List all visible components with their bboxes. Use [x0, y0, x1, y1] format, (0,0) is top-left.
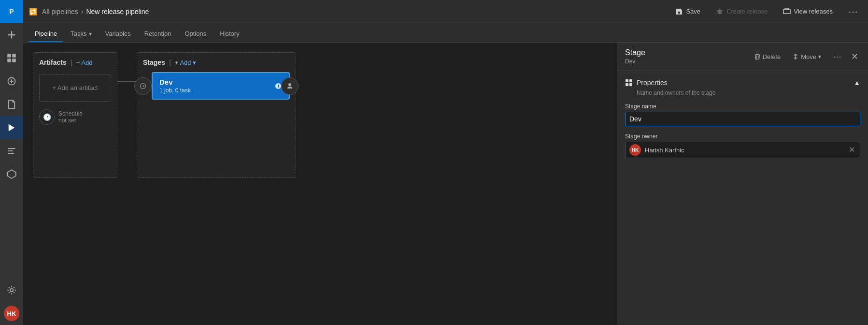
svg-rect-2: [7, 59, 11, 62]
stage-card-dev[interactable]: Dev 1 job, 0 task: [152, 72, 290, 100]
svg-marker-5: [9, 124, 15, 132]
new-icon[interactable]: [0, 23, 23, 46]
connector-line: [117, 81, 137, 82]
artifacts-icon[interactable]: [0, 162, 23, 186]
svg-rect-8: [626, 79, 628, 82]
tab-history[interactable]: History: [214, 26, 245, 42]
schedule-box[interactable]: 🕐 Schedule not set: [39, 109, 111, 125]
stages-add-chevron: ▾: [193, 59, 196, 66]
stage-name-label: Stage name: [625, 103, 860, 110]
stage-name-input[interactable]: [625, 112, 860, 126]
artifacts-panel: Artifacts | + Add + Add an artifact 🕐: [33, 52, 117, 178]
svg-point-7: [10, 289, 13, 292]
collapse-chevron[interactable]: ▲: [854, 79, 860, 87]
tab-pipeline[interactable]: Pipeline: [29, 26, 63, 42]
move-button[interactable]: Move ▾: [788, 51, 825, 62]
navtabs: Pipeline Tasks ▾ Variables Retention Opt…: [23, 23, 868, 43]
owner-name: Harish Karthic: [645, 147, 844, 154]
stages-sep: |: [169, 59, 171, 66]
topbar: 🔁 All pipelines › New release pipeline S…: [23, 0, 868, 23]
breadcrumb: 🔁 All pipelines › New release pipeline: [29, 8, 149, 15]
stage-meta: 1 job, 0 task: [159, 87, 191, 94]
stage-panel-more-button[interactable]: ⋯: [829, 49, 845, 64]
pipeline-area: Artifacts | + Add + Add an artifact 🕐: [33, 52, 607, 178]
stage-owner-group: Stage owner HK Harish Karthic ✕: [625, 133, 860, 158]
artifacts-add-button[interactable]: + Add: [76, 59, 93, 66]
pipeline-header-icon: 🔁: [29, 8, 37, 15]
tab-retention[interactable]: Retention: [139, 26, 177, 42]
properties-description: Name and owners of the stage: [637, 89, 860, 96]
stage-owner-label: Stage owner: [625, 133, 860, 140]
save-button[interactable]: Save: [671, 6, 704, 17]
svg-rect-9: [629, 79, 632, 82]
delete-button[interactable]: Delete: [750, 51, 785, 62]
owner-avatar: HK: [629, 144, 641, 156]
svg-rect-0: [7, 54, 11, 58]
add-artifact-button[interactable]: + Add an artifact: [39, 74, 111, 102]
section-header: Properties ▲: [625, 79, 860, 87]
stage-panel-title-area: Stage Dev: [625, 48, 645, 65]
topbar-actions: Save Create release View releases ⋯: [671, 4, 862, 19]
add-artifact-text: + Add an artifact: [52, 84, 98, 91]
stage-pre-deploy-icon[interactable]: [134, 77, 152, 95]
stage-panel-subtitle: Dev: [625, 58, 645, 65]
tab-tasks[interactable]: Tasks ▾: [65, 26, 97, 42]
stage-name-group: Stage name: [625, 103, 860, 126]
artifacts-header: Artifacts | + Add: [39, 59, 111, 66]
breadcrumb-current: New release pipeline: [86, 8, 149, 15]
create-release-button[interactable]: Create release: [712, 6, 771, 17]
logo-icon[interactable]: P: [0, 0, 23, 23]
page-title: New release pipeline: [86, 8, 149, 15]
pipeline-connector: [117, 81, 137, 82]
stage-panel-header: Stage Dev Delete Move ▾ ⋯ ✕: [617, 43, 868, 71]
stages-title: Stages: [143, 59, 165, 66]
svg-rect-11: [629, 83, 632, 86]
stage-name: Dev: [159, 78, 191, 86]
properties-section: Properties ▲ Name and owners of the stag…: [625, 79, 860, 158]
stage-panel-close-button[interactable]: ✕: [849, 50, 860, 63]
artifacts-title: Artifacts: [39, 59, 67, 66]
more-options-button[interactable]: ⋯: [844, 4, 862, 19]
add-plus: +: [76, 59, 80, 66]
artifacts-sep: |: [71, 59, 72, 66]
view-releases-button[interactable]: View releases: [779, 6, 837, 17]
stage-panel-title: Stage: [625, 48, 645, 57]
breadcrumb-sep: ›: [81, 8, 84, 15]
testplans-icon[interactable]: [0, 139, 23, 162]
svg-rect-1: [12, 54, 16, 58]
properties-label: Properties: [637, 79, 668, 87]
stage-card-wrapper: Dev 1 job, 0 task: [143, 72, 290, 100]
breadcrumb-all-pipelines[interactable]: All pipelines: [42, 8, 78, 15]
svg-rect-10: [626, 83, 628, 86]
stage-post-deploy-icon[interactable]: [281, 77, 299, 95]
add-label: Add: [81, 59, 92, 66]
schedule-label: Schedule not set: [58, 110, 83, 124]
main-area: 🔁 All pipelines › New release pipeline S…: [23, 0, 868, 325]
schedule-icon: 🕐: [39, 109, 55, 125]
owner-remove-button[interactable]: ✕: [848, 146, 856, 154]
stages-add-button[interactable]: + Add ▾: [175, 59, 196, 66]
stage-properties-panel: Stage Dev Delete Move ▾ ⋯ ✕: [617, 43, 868, 325]
pipelines-icon[interactable]: [0, 116, 23, 139]
stages-panel: Stages | + Add ▾: [137, 52, 296, 178]
properties-icon: [625, 79, 633, 87]
stage-info: Dev 1 job, 0 task: [159, 78, 191, 94]
stages-header: Stages | + Add ▾: [143, 59, 290, 66]
stages-add-label: Add: [180, 59, 191, 66]
repos-icon[interactable]: [0, 93, 23, 116]
user-profile-icon[interactable]: HK: [4, 306, 19, 321]
owner-field: HK Harish Karthic ✕: [625, 142, 860, 158]
stage-panel-body: Properties ▲ Name and owners of the stag…: [617, 71, 868, 325]
settings-icon[interactable]: [0, 279, 23, 302]
tab-options[interactable]: Options: [179, 26, 212, 42]
content-area: Artifacts | + Add + Add an artifact 🕐: [23, 43, 868, 325]
overview-icon[interactable]: [0, 46, 23, 70]
stages-add-plus: +: [175, 59, 179, 66]
svg-marker-6: [7, 170, 16, 178]
tab-variables[interactable]: Variables: [100, 26, 137, 42]
stage-panel-actions: Delete Move ▾ ⋯ ✕: [750, 49, 860, 64]
svg-rect-3: [12, 59, 16, 62]
pipeline-canvas: Artifacts | + Add + Add an artifact 🕐: [23, 43, 617, 325]
boards-icon[interactable]: [0, 70, 23, 93]
sidebar: P HK: [0, 0, 23, 325]
